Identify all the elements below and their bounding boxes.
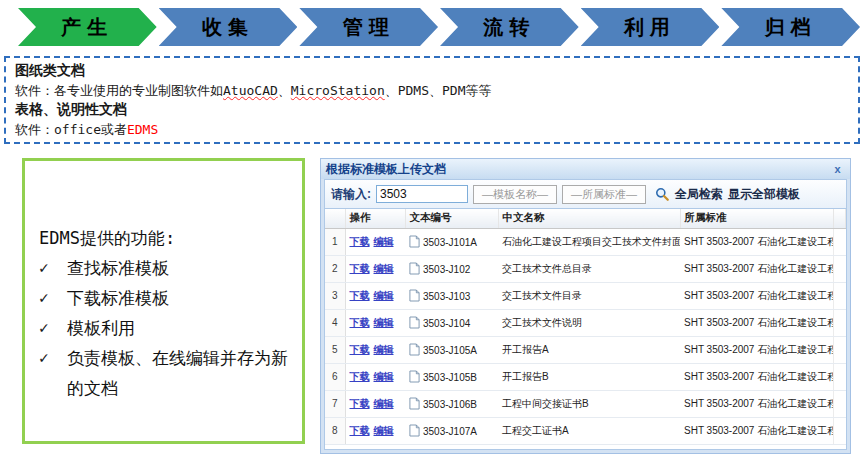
download-link[interactable]: 下载	[350, 290, 370, 301]
upload-template-window: 根据标准模板上传文档 x 请输入: —模板名称— —所属标准— 全局检索 显示全…	[320, 158, 851, 454]
show-all-templates-button[interactable]: 显示全部模板	[728, 186, 800, 203]
table-row[interactable]: 7 下载编辑 3503-J106B 工程中间交接证书B SHT 3503-200…	[325, 390, 846, 417]
table-row[interactable]: 3 下载编辑 3503-J103 交工技术文件目录 SHT 3503-2007 …	[325, 282, 846, 309]
doc-code: 3503-J107A	[423, 426, 477, 437]
doc-name: 工程交工证书A	[498, 417, 680, 444]
note-software-autocad: AtuoCAD	[223, 83, 278, 98]
download-link[interactable]: 下载	[350, 371, 370, 382]
doc-code: 3503-J101A	[423, 237, 477, 248]
flow-step-archive[interactable]: 归档	[721, 8, 860, 46]
row-number: 7	[325, 390, 345, 417]
edit-link[interactable]: 编辑	[374, 425, 394, 436]
flow-step-collect[interactable]: 收集	[159, 8, 298, 46]
document-icon	[409, 424, 420, 437]
table-row[interactable]: 8 下载编辑 3503-J107A 工程交工证书A SHT 3503-2007 …	[325, 417, 846, 444]
download-link[interactable]: 下载	[350, 263, 370, 274]
scrollbar-gutter	[834, 390, 846, 417]
flow-step-label: 管理	[343, 14, 395, 41]
scrollbar-gutter	[834, 417, 846, 444]
edit-link[interactable]: 编辑	[374, 317, 394, 328]
search-icon[interactable]	[655, 187, 670, 202]
table-row[interactable]: 2 下载编辑 3503-J102 交工技术文件总目录 SHT 3503-2007…	[325, 255, 846, 282]
doc-standard: SHT 3503-2007 石油化工建设工程项目交工...	[680, 228, 834, 255]
template-grid: 操作 文本编号 中文名称 所属标准 1 下载编辑 3503-J101A 石油化	[324, 208, 847, 450]
doc-code: 3503-J102	[423, 264, 470, 275]
flow-step-transfer[interactable]: 流转	[440, 8, 579, 46]
scrollbar-gutter	[834, 309, 846, 336]
row-number: 8	[325, 417, 345, 444]
search-input-label: 请输入:	[331, 186, 371, 203]
document-icon	[409, 262, 420, 275]
doc-name: 开工报告B	[498, 363, 680, 390]
column-header-doc-code[interactable]: 文本编号	[405, 209, 498, 228]
flow-step-use[interactable]: 利用	[581, 8, 720, 46]
document-icon	[409, 235, 420, 248]
global-search-button[interactable]: 全局检索	[675, 186, 723, 203]
search-input[interactable]	[376, 185, 468, 203]
doc-code-cell: 3503-J103	[405, 282, 498, 309]
column-header-operation[interactable]: 操作	[345, 209, 405, 228]
doc-code-cell: 3503-J104	[405, 309, 498, 336]
doc-code-cell: 3503-J101A	[405, 228, 498, 255]
note-heading-tables: 表格、说明性文档	[15, 100, 849, 120]
row-number: 4	[325, 309, 345, 336]
download-link[interactable]: 下载	[350, 317, 370, 328]
row-actions: 下载编辑	[345, 363, 405, 390]
doc-code-cell: 3503-J102	[405, 255, 498, 282]
note-heading-drawings: 图纸类文档	[15, 61, 849, 81]
checkmark-icon: ✓	[39, 313, 67, 343]
edit-link[interactable]: 编辑	[374, 398, 394, 409]
table-row[interactable]: 6 下载编辑 3503-J105B 开工报告B SHT 3503-2007 石油…	[325, 363, 846, 390]
download-link[interactable]: 下载	[350, 344, 370, 355]
note-text: 软件：office或者	[15, 122, 127, 137]
edit-link[interactable]: 编辑	[374, 344, 394, 355]
table-row[interactable]: 5 下载编辑 3503-J105A 开工报告A SHT 3503-2007 石油…	[325, 336, 846, 363]
document-icon	[409, 370, 420, 383]
edit-link[interactable]: 编辑	[374, 236, 394, 247]
flow-step-produce[interactable]: 产生	[18, 8, 157, 46]
feature-label: 负责模板、在线编辑并存为新的文档	[67, 343, 292, 403]
flow-step-label: 收集	[202, 14, 254, 41]
doc-code: 3503-J104	[423, 318, 470, 329]
note-software-microstation: MicroStation	[291, 83, 385, 98]
feature-item-edit-save: ✓ 负责模板、在线编辑并存为新的文档	[39, 343, 292, 403]
search-toolbar: 请输入: —模板名称— —所属标准— 全局检索 显示全部模板	[324, 179, 847, 208]
slide: 产生 收集 管理 流转 利用 归档 图纸类文档 软件：各专业使用的专业制图软件如…	[0, 0, 864, 466]
flow-step-manage[interactable]: 管理	[299, 8, 438, 46]
download-link[interactable]: 下载	[350, 398, 370, 409]
note-text: 、PDMS、PDM等等	[385, 83, 492, 98]
table-row[interactable]: 1 下载编辑 3503-J101A 石油化工建设工程项目交工技术文件封面A SH…	[325, 228, 846, 255]
edit-link[interactable]: 编辑	[374, 371, 394, 382]
column-header-chinese-name[interactable]: 中文名称	[498, 209, 680, 228]
download-link[interactable]: 下载	[350, 236, 370, 247]
doc-name: 交工技术文件说明	[498, 309, 680, 336]
window-titlebar[interactable]: 根据标准模板上传文档 x	[321, 159, 850, 179]
feature-label: 模板利用	[67, 313, 292, 343]
download-link[interactable]: 下载	[350, 425, 370, 436]
template-name-dropdown[interactable]: —模板名称—	[473, 185, 557, 204]
feature-item-use-template: ✓ 模板利用	[39, 313, 292, 343]
scrollbar-gutter	[834, 336, 846, 363]
row-actions: 下载编辑	[345, 309, 405, 336]
table-row[interactable]: 4 下载编辑 3503-J104 交工技术文件说明 SHT 3503-2007 …	[325, 309, 846, 336]
doc-code-cell: 3503-J105A	[405, 336, 498, 363]
edit-link[interactable]: 编辑	[374, 290, 394, 301]
feature-item-search-template: ✓ 查找标准模板	[39, 253, 292, 283]
row-actions: 下载编辑	[345, 282, 405, 309]
standard-dropdown[interactable]: —所属标准—	[562, 185, 646, 204]
column-header-standard[interactable]: 所属标准	[680, 209, 834, 228]
note-line-drawing-software: 软件：各专业使用的专业制图软件如AtuoCAD、MicroStation、PDM…	[15, 81, 849, 101]
scrollbar-gutter-header	[834, 209, 846, 228]
note-text: 软件：各专业使用的专业制图软件如	[15, 83, 223, 98]
doc-code-cell: 3503-J106B	[405, 390, 498, 417]
doc-standard: SHT 3503-2007 石油化工建设工程项目交工...	[680, 417, 834, 444]
doc-standard: SHT 3503-2007 石油化工建设工程项目交工...	[680, 363, 834, 390]
note-software-edms: EDMS	[127, 122, 158, 137]
close-icon[interactable]: x	[830, 162, 845, 177]
edit-link[interactable]: 编辑	[374, 263, 394, 274]
feature-label: 查找标准模板	[67, 253, 292, 283]
row-actions: 下载编辑	[345, 336, 405, 363]
note-line-office-software: 软件：office或者EDMS	[15, 120, 849, 140]
doc-code: 3503-J106B	[423, 399, 477, 410]
doc-name: 交工技术文件总目录	[498, 255, 680, 282]
